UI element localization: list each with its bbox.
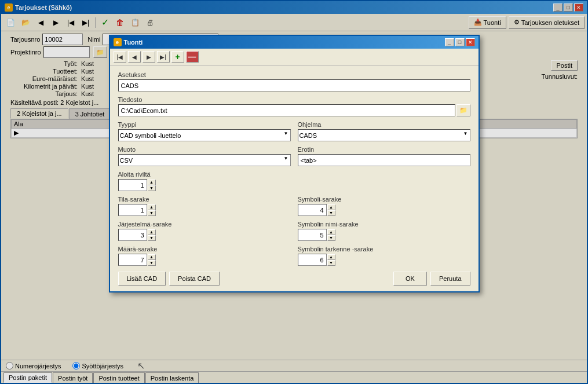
asetukset-row: Asetukset — [118, 71, 470, 92]
symbolin-tarkenne-sarake-label: Symbolin tarkenne -sarake — [298, 246, 470, 253]
symbolin-tarkenne-sarake-down[interactable]: ▼ — [327, 260, 335, 266]
ohjelma-select-wrapper: CADS — [298, 129, 470, 141]
ohjelma-label: Ohjelma — [298, 121, 470, 128]
symbolin-nimi-sarake-spinner: ▲ ▼ — [298, 229, 470, 241]
dialog-body: Asetukset Tiedosto 📁 Tyyppi CAD symboli … — [110, 65, 479, 291]
symbolin-tarkenne-sarake-up[interactable]: ▲ — [327, 254, 335, 260]
tyyppi-ohjelma-row: Tyyppi CAD symboli -luettelo Ohjelma CAD… — [118, 121, 470, 141]
symbolin-tarkenne-sarake-col: Symbolin tarkenne -sarake ▲ ▼ — [298, 246, 470, 266]
tyyppi-select-wrapper: CAD symboli -luettelo — [118, 129, 291, 141]
jarjestelma-sarake-input[interactable] — [118, 229, 147, 241]
nav-first-button[interactable]: |◀ — [114, 51, 126, 63]
dialog-title-bar: e Tuonti _ □ ✕ — [110, 36, 479, 49]
tyyppi-select[interactable]: CAD symboli -luettelo — [118, 129, 291, 141]
dialog-overlay: e Tuonti _ □ ✕ |◀ ◀ ▶ ▶| + — Asetukset — [0, 0, 588, 384]
jarjestelma-sarake-col: Järjestelmä-sarake ▲ ▼ — [118, 221, 291, 241]
ohjelma-col: Ohjelma CADS — [298, 121, 470, 141]
jarjestelma-sarake-spinner: ▲ ▼ — [118, 229, 291, 241]
muoto-select-wrapper: CSV — [118, 154, 291, 166]
dialog-title: Tuonti — [124, 39, 143, 46]
symboli-sarake-col: Symboli-sarake ▲ ▼ — [298, 196, 470, 216]
symbolin-tarkenne-sarake-input[interactable] — [298, 254, 327, 266]
muoto-select[interactable]: CSV — [118, 154, 291, 166]
symbolin-nimi-sarake-col: Symbolin nimi-sarake ▲ ▼ — [298, 221, 470, 241]
peruuta-button[interactable]: Peruuta — [430, 272, 470, 286]
tiedosto-input-group: 📁 — [118, 104, 470, 116]
nav-last-button[interactable]: ▶| — [157, 51, 170, 63]
tuonti-dialog: e Tuonti _ □ ✕ |◀ ◀ ▶ ▶| + — Asetukset — [109, 35, 480, 292]
poista-cad-button[interactable]: Poista CAD — [169, 272, 220, 286]
tila-sarake-input[interactable] — [118, 204, 147, 216]
symbolin-nimi-sarake-up[interactable]: ▲ — [327, 229, 335, 235]
asetukset-label: Asetukset — [118, 71, 470, 78]
aloita-riviltä-label: Aloita riviltä — [118, 171, 470, 178]
tyyppi-col: Tyyppi CAD symboli -luettelo — [118, 121, 291, 141]
dialog-title-buttons: _ □ ✕ — [445, 38, 475, 46]
symbolin-nimi-sarake-btns: ▲ ▼ — [327, 229, 335, 241]
symbolin-tarkenne-sarake-btns: ▲ ▼ — [327, 254, 335, 266]
muoto-label: Muoto — [118, 146, 291, 153]
tila-sarake-up[interactable]: ▲ — [148, 204, 156, 210]
symbolin-nimi-sarake-label: Symbolin nimi-sarake — [298, 221, 470, 228]
dialog-minimize-button[interactable]: _ — [445, 38, 454, 46]
jarjestelma-sarake-up[interactable]: ▲ — [148, 229, 156, 235]
tiedosto-input[interactable] — [118, 104, 455, 116]
erotin-label: Erotin — [298, 146, 470, 153]
tila-sarake-spinner: ▲ ▼ — [118, 204, 291, 216]
asetukset-input[interactable] — [118, 79, 470, 92]
dialog-action-row: Lisää CAD Poista CAD OK Peruuta — [118, 272, 470, 286]
aloita-riviltä-up[interactable]: ▲ — [148, 180, 156, 185]
maara-sarake-input[interactable] — [118, 254, 147, 266]
dialog-right-buttons: OK Peruuta — [393, 272, 470, 286]
symboli-sarake-spinner: ▲ ▼ — [298, 204, 470, 216]
dialog-icon: e — [114, 38, 122, 46]
tyyppi-label: Tyyppi — [118, 121, 291, 128]
ohjelma-select[interactable]: CADS — [298, 129, 470, 141]
aloita-riviltä-spinner: ▲ ▼ — [118, 179, 470, 191]
symboli-sarake-up[interactable]: ▲ — [327, 204, 335, 210]
tiedosto-row: Tiedosto 📁 — [118, 96, 470, 116]
jarjestelma-sarake-down[interactable]: ▼ — [148, 235, 156, 241]
tiedosto-browse-button[interactable]: 📁 — [456, 104, 470, 116]
symbolin-nimi-sarake-input[interactable] — [298, 229, 327, 241]
sarake-row-2: Järjestelmä-sarake ▲ ▼ Symbolin nimi-sar… — [118, 221, 470, 241]
maara-sarake-up[interactable]: ▲ — [148, 254, 156, 260]
erotin-input[interactable] — [298, 154, 470, 166]
aloita-riviltä-input[interactable] — [118, 179, 147, 191]
ok-button[interactable]: OK — [393, 272, 427, 286]
maara-sarake-spinner: ▲ ▼ — [118, 254, 291, 266]
muoto-col: Muoto CSV — [118, 146, 291, 166]
symbolin-nimi-sarake-down[interactable]: ▼ — [327, 235, 335, 241]
maara-sarake-label: Määrä-sarake — [118, 246, 291, 253]
symboli-sarake-btns: ▲ ▼ — [327, 204, 335, 216]
muoto-erotin-row: Muoto CSV Erotin — [118, 146, 470, 166]
tila-sarake-label: Tila-sarake — [118, 196, 291, 203]
symboli-sarake-input[interactable] — [298, 204, 327, 216]
aloita-riviltä-spinner-btns: ▲ ▼ — [148, 180, 156, 191]
maara-sarake-col: Määrä-sarake ▲ ▼ — [118, 246, 291, 266]
tila-sarake-down[interactable]: ▼ — [148, 210, 156, 216]
symbolin-tarkenne-sarake-spinner: ▲ ▼ — [298, 254, 470, 266]
nav-play-button[interactable]: ▶ — [143, 51, 155, 63]
lisaa-cad-button[interactable]: Lisää CAD — [118, 272, 166, 286]
dialog-left-buttons: Lisää CAD Poista CAD — [118, 272, 220, 286]
tila-sarake-btns: ▲ ▼ — [148, 204, 156, 216]
aloita-riviltä-down[interactable]: ▼ — [148, 185, 156, 191]
sarake-row-1: Tila-sarake ▲ ▼ Symboli-sarake ▲ — [118, 196, 470, 216]
nav-remove-button[interactable]: — — [186, 51, 199, 63]
nav-add-button[interactable]: + — [171, 51, 184, 63]
erotin-col: Erotin — [298, 146, 470, 166]
dialog-maximize-button[interactable]: □ — [455, 38, 465, 46]
dialog-close-button[interactable]: ✕ — [466, 38, 475, 46]
dialog-nav-bar: |◀ ◀ ▶ ▶| + — — [110, 49, 479, 65]
jarjestelma-sarake-label: Järjestelmä-sarake — [118, 221, 291, 228]
symboli-sarake-label: Symboli-sarake — [298, 196, 470, 203]
aloita-riviltä-row: Aloita riviltä ▲ ▼ — [118, 171, 470, 191]
nav-prev-button[interactable]: ◀ — [128, 51, 141, 63]
maara-sarake-btns: ▲ ▼ — [148, 254, 156, 266]
maara-sarake-down[interactable]: ▼ — [148, 260, 156, 266]
symboli-sarake-down[interactable]: ▼ — [327, 210, 335, 216]
tiedosto-label: Tiedosto — [118, 96, 470, 103]
jarjestelma-sarake-btns: ▲ ▼ — [148, 229, 156, 241]
sarake-row-3: Määrä-sarake ▲ ▼ Symbolin tarkenne -sara… — [118, 246, 470, 266]
